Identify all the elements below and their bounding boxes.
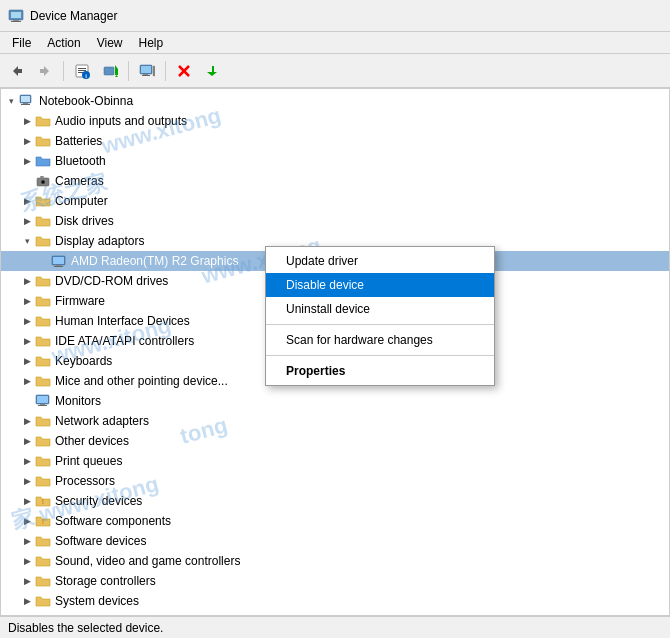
tree-item-disk[interactable]: ▶ Disk drives	[1, 211, 669, 231]
expand-arrow-hid: ▶	[21, 315, 33, 327]
svg-rect-9	[78, 72, 83, 73]
tree-item-sound[interactable]: ▶ Sound, video and game controllers	[1, 551, 669, 571]
tree-item-cameras[interactable]: ▶ Cameras	[1, 171, 669, 191]
context-scan-hardware[interactable]: Scan for hardware changes	[266, 328, 494, 352]
tree-item-software-dev[interactable]: ▶ Software devices	[1, 531, 669, 551]
expand-arrow-computer: ▶	[21, 195, 33, 207]
tree-item-keyboards-label: Keyboards	[55, 354, 112, 368]
sound-folder-icon	[35, 553, 51, 569]
monitors-icon	[35, 393, 51, 409]
tree-item-batteries[interactable]: ▶ Batteries	[1, 131, 669, 151]
toolbar-sep-1	[63, 61, 64, 81]
tree-item-notebook[interactable]: ▾ Notebook-Obinna	[1, 91, 669, 111]
mice-folder-icon	[35, 373, 51, 389]
svg-marker-23	[207, 66, 217, 76]
tree-item-audio[interactable]: ▶ Audio inputs and outputs	[1, 111, 669, 131]
tree-item-storage[interactable]: ▶ Storage controllers	[1, 571, 669, 591]
context-disable-device[interactable]: Disable device	[266, 273, 494, 297]
tree-item-system[interactable]: ▶ System devices	[1, 591, 669, 611]
svg-rect-34	[56, 265, 61, 266]
expand-arrow-ide: ▶	[21, 335, 33, 347]
context-uninstall-device[interactable]: Uninstall device	[266, 297, 494, 321]
tree-item-software-dev-label: Software devices	[55, 534, 146, 548]
svg-rect-8	[78, 70, 86, 71]
tree-item-software-comp-label: Software components	[55, 514, 171, 528]
svg-rect-25	[21, 96, 30, 102]
context-update-driver[interactable]: Update driver	[266, 249, 494, 273]
tree-item-network[interactable]: ▶ Network adapters	[1, 411, 669, 431]
processors-folder-icon	[35, 473, 51, 489]
tree-item-processors[interactable]: ▶ Processors	[1, 471, 669, 491]
software-comp-folder-icon: !	[35, 513, 51, 529]
tree-item-print-label: Print queues	[55, 454, 122, 468]
expand-arrow-security: ▶	[21, 495, 33, 507]
expand-arrow-network: ▶	[21, 415, 33, 427]
tree-item-display-label: Display adaptors	[55, 234, 144, 248]
menu-file[interactable]: File	[4, 34, 39, 52]
system-folder-icon	[35, 593, 51, 609]
status-bar: Disables the selected device.	[0, 616, 670, 638]
svg-text:!: !	[42, 518, 44, 525]
svg-rect-1	[11, 12, 21, 18]
other-folder-icon	[35, 433, 51, 449]
app-window: Device Manager File Action View Help i	[0, 0, 670, 638]
expand-arrow-processors: ▶	[21, 475, 33, 487]
audio-folder-icon	[35, 113, 51, 129]
tree-item-security[interactable]: ▶ ! Security devices	[1, 491, 669, 511]
disk-folder-icon	[35, 213, 51, 229]
toolbar: i	[0, 54, 670, 88]
tree-item-amd-label: AMD Radeon(TM) R2 Graphics	[71, 254, 238, 268]
svg-rect-37	[37, 396, 48, 403]
menu-view[interactable]: View	[89, 34, 131, 52]
delete-button[interactable]	[171, 58, 197, 84]
expand-arrow-display: ▾	[21, 235, 33, 247]
tree-item-other[interactable]: ▶ Other devices	[1, 431, 669, 451]
tree-item-dvd-label: DVD/CD-ROM drives	[55, 274, 168, 288]
expand-arrow-bluetooth: ▶	[21, 155, 33, 167]
menu-help[interactable]: Help	[131, 34, 172, 52]
svg-rect-33	[53, 257, 64, 264]
expand-arrow-notebook: ▾	[5, 95, 17, 107]
scan-button[interactable]	[199, 58, 225, 84]
svg-marker-5	[40, 66, 49, 76]
expand-arrow-other: ▶	[21, 435, 33, 447]
svg-marker-13	[115, 65, 118, 69]
expand-arrow-software-comp: ▶	[21, 515, 33, 527]
firmware-folder-icon	[35, 293, 51, 309]
title-bar-text: Device Manager	[30, 9, 117, 23]
keyboards-folder-icon	[35, 353, 51, 369]
tree-item-software-comp[interactable]: ▶ ! Software components	[1, 511, 669, 531]
menu-action[interactable]: Action	[39, 34, 88, 52]
tree-item-disk-label: Disk drives	[55, 214, 114, 228]
tree-item-bluetooth-label: Bluetooth	[55, 154, 106, 168]
svg-rect-27	[21, 104, 30, 105]
tree-item-bluetooth[interactable]: ▶ Bluetooth	[1, 151, 669, 171]
tree-item-sound-label: Sound, video and game controllers	[55, 554, 240, 568]
tree-item-mice-label: Mice and other pointing device...	[55, 374, 228, 388]
svg-rect-26	[23, 103, 28, 104]
tree-item-computer[interactable]: ▶ Computer	[1, 191, 669, 211]
network-folder-icon	[35, 413, 51, 429]
forward-button[interactable]	[32, 58, 58, 84]
svg-rect-31	[40, 176, 44, 178]
expand-arrow-keyboards: ▶	[21, 355, 33, 367]
context-properties[interactable]: Properties	[266, 359, 494, 383]
status-text: Disables the selected device.	[8, 621, 163, 635]
tree-item-storage-label: Storage controllers	[55, 574, 156, 588]
properties-button[interactable]: i	[69, 58, 95, 84]
svg-marker-4	[13, 66, 22, 76]
back-button[interactable]	[4, 58, 30, 84]
ide-folder-icon	[35, 333, 51, 349]
tree-item-notebook-label: Notebook-Obinna	[39, 94, 133, 108]
update-driver-button[interactable]	[97, 58, 123, 84]
tree-item-network-label: Network adapters	[55, 414, 149, 428]
tree-item-other-label: Other devices	[55, 434, 129, 448]
tree-item-print[interactable]: ▶ Print queues	[1, 451, 669, 471]
tree-item-monitors[interactable]: ▶ Monitors	[1, 391, 669, 411]
tree-item-security-label: Security devices	[55, 494, 142, 508]
computer-icon-button[interactable]	[134, 58, 160, 84]
svg-rect-14	[115, 69, 118, 75]
expand-arrow-dvd: ▶	[21, 275, 33, 287]
expand-arrow-audio: ▶	[21, 115, 33, 127]
computer-folder-icon	[35, 193, 51, 209]
